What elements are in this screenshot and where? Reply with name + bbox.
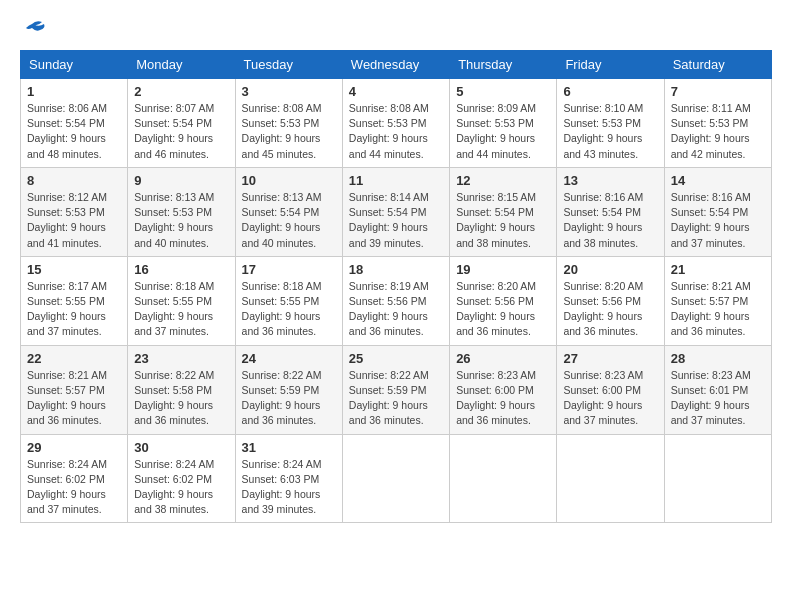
calendar-week-row: 1 Sunrise: 8:06 AM Sunset: 5:54 PM Dayli… — [21, 79, 772, 168]
day-number: 20 — [563, 262, 657, 277]
weekday-label: Monday — [128, 51, 235, 79]
calendar-cell: 9 Sunrise: 8:13 AM Sunset: 5:53 PM Dayli… — [128, 167, 235, 256]
calendar-week-row: 29 Sunrise: 8:24 AM Sunset: 6:02 PM Dayl… — [21, 434, 772, 523]
calendar-cell: 2 Sunrise: 8:07 AM Sunset: 5:54 PM Dayli… — [128, 79, 235, 168]
day-info: Sunrise: 8:15 AM Sunset: 5:54 PM Dayligh… — [456, 190, 550, 251]
day-number: 28 — [671, 351, 765, 366]
day-number: 21 — [671, 262, 765, 277]
day-info: Sunrise: 8:16 AM Sunset: 5:54 PM Dayligh… — [671, 190, 765, 251]
calendar-cell: 3 Sunrise: 8:08 AM Sunset: 5:53 PM Dayli… — [235, 79, 342, 168]
day-number: 27 — [563, 351, 657, 366]
calendar-cell — [342, 434, 449, 523]
day-info: Sunrise: 8:09 AM Sunset: 5:53 PM Dayligh… — [456, 101, 550, 162]
day-info: Sunrise: 8:22 AM Sunset: 5:59 PM Dayligh… — [242, 368, 336, 429]
day-info: Sunrise: 8:14 AM Sunset: 5:54 PM Dayligh… — [349, 190, 443, 251]
day-number: 19 — [456, 262, 550, 277]
weekday-label: Wednesday — [342, 51, 449, 79]
day-info: Sunrise: 8:18 AM Sunset: 5:55 PM Dayligh… — [242, 279, 336, 340]
day-info: Sunrise: 8:23 AM Sunset: 6:00 PM Dayligh… — [563, 368, 657, 429]
calendar-cell: 31 Sunrise: 8:24 AM Sunset: 6:03 PM Dayl… — [235, 434, 342, 523]
calendar-cell: 8 Sunrise: 8:12 AM Sunset: 5:53 PM Dayli… — [21, 167, 128, 256]
day-number: 14 — [671, 173, 765, 188]
day-number: 15 — [27, 262, 121, 277]
day-number: 7 — [671, 84, 765, 99]
day-info: Sunrise: 8:17 AM Sunset: 5:55 PM Dayligh… — [27, 279, 121, 340]
calendar-table: SundayMondayTuesdayWednesdayThursdayFrid… — [20, 50, 772, 523]
calendar-cell: 19 Sunrise: 8:20 AM Sunset: 5:56 PM Dayl… — [450, 256, 557, 345]
day-info: Sunrise: 8:18 AM Sunset: 5:55 PM Dayligh… — [134, 279, 228, 340]
calendar-week-row: 22 Sunrise: 8:21 AM Sunset: 5:57 PM Dayl… — [21, 345, 772, 434]
calendar-cell: 21 Sunrise: 8:21 AM Sunset: 5:57 PM Dayl… — [664, 256, 771, 345]
weekday-label: Friday — [557, 51, 664, 79]
day-number: 9 — [134, 173, 228, 188]
calendar-body: 1 Sunrise: 8:06 AM Sunset: 5:54 PM Dayli… — [21, 79, 772, 523]
day-info: Sunrise: 8:06 AM Sunset: 5:54 PM Dayligh… — [27, 101, 121, 162]
logo — [20, 20, 46, 34]
day-info: Sunrise: 8:13 AM Sunset: 5:53 PM Dayligh… — [134, 190, 228, 251]
calendar-cell: 24 Sunrise: 8:22 AM Sunset: 5:59 PM Dayl… — [235, 345, 342, 434]
day-number: 1 — [27, 84, 121, 99]
day-number: 24 — [242, 351, 336, 366]
calendar-week-row: 8 Sunrise: 8:12 AM Sunset: 5:53 PM Dayli… — [21, 167, 772, 256]
calendar-cell: 10 Sunrise: 8:13 AM Sunset: 5:54 PM Dayl… — [235, 167, 342, 256]
calendar-cell: 7 Sunrise: 8:11 AM Sunset: 5:53 PM Dayli… — [664, 79, 771, 168]
day-number: 30 — [134, 440, 228, 455]
day-info: Sunrise: 8:21 AM Sunset: 5:57 PM Dayligh… — [27, 368, 121, 429]
day-number: 3 — [242, 84, 336, 99]
day-number: 6 — [563, 84, 657, 99]
day-info: Sunrise: 8:24 AM Sunset: 6:03 PM Dayligh… — [242, 457, 336, 518]
day-info: Sunrise: 8:11 AM Sunset: 5:53 PM Dayligh… — [671, 101, 765, 162]
day-number: 8 — [27, 173, 121, 188]
day-info: Sunrise: 8:20 AM Sunset: 5:56 PM Dayligh… — [563, 279, 657, 340]
day-info: Sunrise: 8:07 AM Sunset: 5:54 PM Dayligh… — [134, 101, 228, 162]
calendar-cell: 15 Sunrise: 8:17 AM Sunset: 5:55 PM Dayl… — [21, 256, 128, 345]
calendar-cell: 18 Sunrise: 8:19 AM Sunset: 5:56 PM Dayl… — [342, 256, 449, 345]
day-number: 12 — [456, 173, 550, 188]
calendar-cell: 20 Sunrise: 8:20 AM Sunset: 5:56 PM Dayl… — [557, 256, 664, 345]
day-number: 2 — [134, 84, 228, 99]
day-info: Sunrise: 8:08 AM Sunset: 5:53 PM Dayligh… — [242, 101, 336, 162]
day-number: 25 — [349, 351, 443, 366]
day-info: Sunrise: 8:08 AM Sunset: 5:53 PM Dayligh… — [349, 101, 443, 162]
calendar-cell: 29 Sunrise: 8:24 AM Sunset: 6:02 PM Dayl… — [21, 434, 128, 523]
day-number: 13 — [563, 173, 657, 188]
day-info: Sunrise: 8:21 AM Sunset: 5:57 PM Dayligh… — [671, 279, 765, 340]
weekday-header-row: SundayMondayTuesdayWednesdayThursdayFrid… — [21, 51, 772, 79]
weekday-label: Thursday — [450, 51, 557, 79]
calendar-cell — [557, 434, 664, 523]
weekday-label: Saturday — [664, 51, 771, 79]
calendar-cell: 22 Sunrise: 8:21 AM Sunset: 5:57 PM Dayl… — [21, 345, 128, 434]
calendar-cell — [664, 434, 771, 523]
day-info: Sunrise: 8:24 AM Sunset: 6:02 PM Dayligh… — [27, 457, 121, 518]
day-number: 10 — [242, 173, 336, 188]
day-info: Sunrise: 8:16 AM Sunset: 5:54 PM Dayligh… — [563, 190, 657, 251]
page-header — [20, 20, 772, 34]
calendar-cell: 6 Sunrise: 8:10 AM Sunset: 5:53 PM Dayli… — [557, 79, 664, 168]
day-number: 26 — [456, 351, 550, 366]
day-number: 31 — [242, 440, 336, 455]
day-info: Sunrise: 8:19 AM Sunset: 5:56 PM Dayligh… — [349, 279, 443, 340]
day-number: 23 — [134, 351, 228, 366]
calendar-cell: 16 Sunrise: 8:18 AM Sunset: 5:55 PM Dayl… — [128, 256, 235, 345]
calendar-cell: 12 Sunrise: 8:15 AM Sunset: 5:54 PM Dayl… — [450, 167, 557, 256]
day-info: Sunrise: 8:22 AM Sunset: 5:59 PM Dayligh… — [349, 368, 443, 429]
day-number: 5 — [456, 84, 550, 99]
day-info: Sunrise: 8:20 AM Sunset: 5:56 PM Dayligh… — [456, 279, 550, 340]
calendar-cell: 28 Sunrise: 8:23 AM Sunset: 6:01 PM Dayl… — [664, 345, 771, 434]
day-info: Sunrise: 8:22 AM Sunset: 5:58 PM Dayligh… — [134, 368, 228, 429]
calendar-week-row: 15 Sunrise: 8:17 AM Sunset: 5:55 PM Dayl… — [21, 256, 772, 345]
calendar-cell: 4 Sunrise: 8:08 AM Sunset: 5:53 PM Dayli… — [342, 79, 449, 168]
calendar-cell: 14 Sunrise: 8:16 AM Sunset: 5:54 PM Dayl… — [664, 167, 771, 256]
day-info: Sunrise: 8:23 AM Sunset: 6:00 PM Dayligh… — [456, 368, 550, 429]
calendar-cell — [450, 434, 557, 523]
day-info: Sunrise: 8:23 AM Sunset: 6:01 PM Dayligh… — [671, 368, 765, 429]
day-number: 18 — [349, 262, 443, 277]
weekday-label: Tuesday — [235, 51, 342, 79]
weekday-label: Sunday — [21, 51, 128, 79]
calendar-cell: 25 Sunrise: 8:22 AM Sunset: 5:59 PM Dayl… — [342, 345, 449, 434]
day-info: Sunrise: 8:13 AM Sunset: 5:54 PM Dayligh… — [242, 190, 336, 251]
day-info: Sunrise: 8:10 AM Sunset: 5:53 PM Dayligh… — [563, 101, 657, 162]
day-info: Sunrise: 8:24 AM Sunset: 6:02 PM Dayligh… — [134, 457, 228, 518]
calendar-cell: 13 Sunrise: 8:16 AM Sunset: 5:54 PM Dayl… — [557, 167, 664, 256]
calendar-cell: 11 Sunrise: 8:14 AM Sunset: 5:54 PM Dayl… — [342, 167, 449, 256]
